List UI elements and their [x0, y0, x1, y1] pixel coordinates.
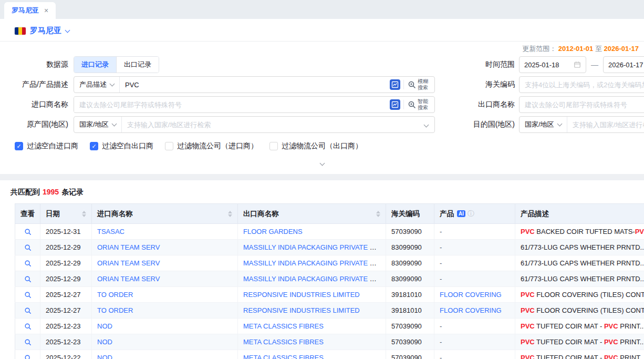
start-date-input[interactable]: 2025-01-18 [519, 56, 586, 73]
exporter-cell: RESPONSIVE INDUSTRIES LIMITED [238, 303, 386, 319]
magnifier-icon [24, 307, 32, 314]
view-record-button[interactable] [24, 244, 32, 251]
hs-code-cell: 83099090 [386, 240, 434, 255]
product-value: - [440, 259, 442, 267]
exporter-link[interactable]: MASSILLY INDIA PACKAGING PRIVATE LIMI... [243, 275, 386, 283]
sort-exporter-button[interactable] [373, 211, 380, 217]
exporter-link[interactable]: META CLASSICS FIBRES [243, 322, 324, 330]
importer-link[interactable]: NOD [97, 338, 112, 346]
exporter-link[interactable]: META CLASSICS FIBRES [243, 338, 324, 346]
origin-country-input[interactable] [122, 117, 422, 132]
exporter-cell: META CLASSICS FIBRES [238, 319, 386, 334]
importer-link[interactable]: NOD [97, 322, 112, 330]
view-record-button[interactable] [24, 228, 32, 235]
filter-checkbox[interactable]: 过滤物流公司（出口商） [269, 141, 362, 151]
magnifier-icon [24, 291, 32, 299]
exporter-link[interactable]: META CLASSICS FIBRES [243, 354, 324, 359]
product-cell: - [434, 240, 515, 255]
export-records-button[interactable]: 出口记录 [116, 57, 159, 73]
sort-importer-button[interactable] [225, 211, 232, 217]
batch-search-icon[interactable] [390, 79, 400, 90]
table-row: 2025-12-23NODMETA CLASSICS FIBRES5703909… [15, 334, 644, 350]
chevron-down-icon[interactable] [424, 122, 429, 127]
importer-cell: TSASAC [92, 224, 238, 240]
filter-checkbox[interactable]: ✓过滤空白进口商 [15, 141, 78, 151]
results-table-body: 2025-12-31TSASACFLOOR GARDENS57039090-PV… [15, 224, 644, 359]
date-cell: 2025-12-29 [40, 255, 92, 271]
importer-link[interactable]: ORIAN TEAM SERV [97, 259, 160, 267]
filter-checkbox[interactable]: 过滤物流公司（进口商） [165, 141, 258, 151]
view-record-button[interactable] [24, 275, 32, 283]
destination-country-input[interactable] [567, 117, 644, 132]
hs-code-cell: 39181010 [386, 287, 434, 303]
product-cell: - [434, 255, 515, 271]
description-cell: PVC FLOOR COVERING (TILES) CONT... [515, 303, 644, 319]
origin-country-select[interactable]: 国家/地区 [74, 117, 122, 132]
exporter-link[interactable]: FLOOR GARDENS [243, 228, 303, 235]
hs-code-cell: 83099090 [386, 255, 434, 271]
smart-search-button[interactable]: 智能搜索 [404, 98, 434, 111]
exporter-link[interactable]: RESPONSIVE INDUSTRIES LIMITED [243, 306, 360, 314]
importer-link[interactable]: ORIAN TEAM SERV [97, 243, 160, 251]
importer-name-input[interactable] [74, 97, 389, 112]
filter-checkbox[interactable]: ✓过滤空白出口商 [90, 141, 153, 151]
view-record-button[interactable] [24, 260, 32, 267]
product-link[interactable]: FLOOR COVERING [440, 291, 502, 299]
view-record-button[interactable] [24, 339, 32, 346]
view-record-button[interactable] [24, 323, 32, 330]
importer-link[interactable]: TO ORDER [97, 291, 133, 299]
exporter-cell: FLOOR GARDENS [238, 224, 386, 240]
importer-link[interactable]: ORIAN TEAM SERV [97, 275, 160, 283]
exporter-link[interactable]: MASSILLY INDIA PACKAGING PRIVATE LIMI... [243, 259, 386, 267]
product-value: - [440, 354, 442, 359]
batch-search-icon[interactable] [390, 99, 400, 110]
destination-country-select[interactable]: 国家/地区 [520, 117, 567, 132]
table-row: 2025-12-27TO ORDERRESPONSIVE INDUSTRIES … [15, 287, 644, 303]
date-cell: 2025-12-23 [40, 334, 92, 350]
tab-romania[interactable]: 罗马尼亚 × [4, 2, 56, 19]
country-header: 罗马尼亚 [0, 19, 644, 41]
column-header-product: 产品 AI ⓘ [434, 204, 515, 224]
country-title[interactable]: 罗马尼亚 [30, 26, 61, 36]
exporter-label: 出口商名称 [440, 100, 519, 109]
import-records-button[interactable]: 进口记录 [74, 57, 116, 73]
checkbox-checked-icon[interactable]: ✓ [90, 142, 98, 150]
view-record-button[interactable] [24, 354, 32, 359]
sort-date-button[interactable] [79, 211, 86, 217]
view-record-button[interactable] [24, 291, 32, 299]
exporter-link[interactable]: MASSILLY INDIA PACKAGING PRIVATE LIMI... [243, 243, 386, 251]
destination-country-select-value: 国家/地区 [525, 120, 554, 129]
checkbox-unchecked-icon[interactable] [165, 142, 173, 150]
importer-link[interactable]: NOD [97, 354, 112, 359]
column-header-importer: 进口商名称 [92, 204, 238, 224]
exporter-link[interactable]: RESPONSIVE INDUSTRIES LIMITED [243, 291, 360, 299]
importer-cell: TO ORDER [92, 287, 238, 303]
magnifier-icon [24, 275, 32, 283]
info-icon[interactable]: ⓘ [468, 209, 474, 219]
summary-suffix: 条记录 [61, 188, 84, 196]
view-record-button[interactable] [24, 307, 32, 314]
chevron-down-icon[interactable] [65, 27, 70, 33]
product-cell: FLOOR COVERING [434, 303, 515, 319]
date-cell: 2025-12-29 [40, 271, 92, 287]
importer-link[interactable]: TSASAC [97, 228, 124, 235]
exporter-name-input[interactable] [519, 96, 644, 113]
product-cell: - [434, 334, 515, 350]
tab-close-icon[interactable]: × [44, 7, 48, 14]
product-search-input[interactable] [120, 77, 389, 92]
product-field-select[interactable]: 产品描述 [74, 77, 120, 93]
product-value: - [440, 338, 442, 346]
importer-link[interactable]: TO ORDER [97, 306, 133, 314]
collapse-filters-chevron[interactable] [311, 157, 334, 168]
update-range-end: 2026-01-17 [604, 45, 639, 53]
end-date-input[interactable]: 2026-01-17 [603, 56, 644, 73]
date-cell: 2025-12-27 [40, 303, 92, 319]
hs-code-cell: 83099090 [386, 271, 434, 287]
hs-code-input[interactable] [519, 76, 644, 93]
column-header-hs-code: 海关编码 [386, 204, 434, 224]
checkbox-label: 过滤空白进口商 [27, 141, 78, 151]
product-link[interactable]: FLOOR COVERING [440, 306, 502, 314]
checkbox-unchecked-icon[interactable] [269, 142, 278, 150]
fuzzy-search-button[interactable]: 模糊搜索 [404, 78, 434, 91]
checkbox-checked-icon[interactable]: ✓ [15, 142, 23, 150]
